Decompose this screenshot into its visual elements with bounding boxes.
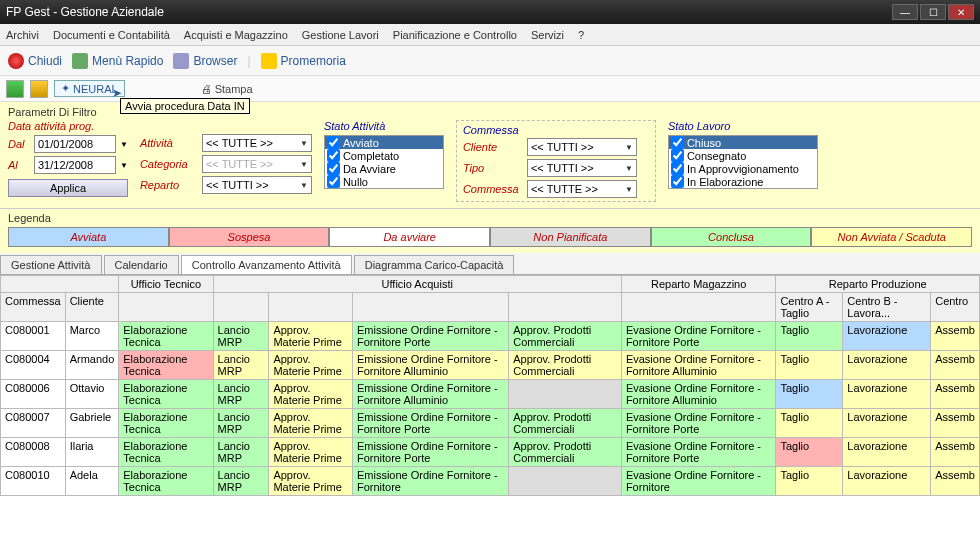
stato-item[interactable]: Avviato — [325, 136, 443, 149]
activity-cell[interactable]: Elaborazione Tecnica — [119, 467, 213, 496]
filter-icon[interactable] — [6, 80, 24, 98]
activity-cell[interactable] — [509, 380, 622, 409]
menu-pianificazioneecontrollo[interactable]: Pianificazione e Controllo — [393, 29, 517, 41]
table-row[interactable]: C080004ArmandoElaborazione TecnicaLancio… — [1, 351, 980, 380]
activity-cell[interactable]: Taglio — [776, 380, 843, 409]
categoria-combo[interactable]: << TUTTE >>▼ — [202, 155, 312, 173]
stampa-button[interactable]: 🖨 Stampa — [201, 83, 253, 95]
activity-cell[interactable]: Lancio MRP — [213, 409, 269, 438]
menu-documentiecontabilit[interactable]: Documenti e Contabilità — [53, 29, 170, 41]
table-row[interactable]: C080006OttavioElaborazione TecnicaLancio… — [1, 380, 980, 409]
col-header[interactable] — [621, 293, 776, 322]
menu-archivi[interactable]: Archivi — [6, 29, 39, 41]
activity-cell[interactable]: Taglio — [776, 409, 843, 438]
col-header[interactable] — [213, 293, 269, 322]
activity-cell[interactable]: Approv. Materie Prime — [269, 322, 353, 351]
activity-cell[interactable]: Elaborazione Tecnica — [119, 322, 213, 351]
activity-cell[interactable]: Lavorazione — [843, 438, 931, 467]
activity-cell[interactable]: Approv. Materie Prime — [269, 380, 353, 409]
lavoro-item[interactable]: Consegnato — [669, 149, 817, 162]
activity-cell[interactable]: Evasione Ordine Fornitore - Fornitore Al… — [621, 351, 776, 380]
activity-cell[interactable]: Lancio MRP — [213, 438, 269, 467]
date-to-input[interactable] — [34, 156, 116, 174]
activity-cell[interactable]: Emissione Ordine Fornitore - Fornitore P… — [352, 409, 508, 438]
col-header[interactable]: Centro — [931, 293, 980, 322]
activity-cell[interactable]: Approv. Prodotti Commerciali — [509, 409, 622, 438]
activity-cell[interactable]: Assemb — [931, 322, 980, 351]
table-row[interactable]: C080001MarcoElaborazione TecnicaLancio M… — [1, 322, 980, 351]
col-header[interactable] — [509, 293, 622, 322]
tab-2[interactable]: Controllo Avanzamento Attività — [181, 255, 352, 274]
menu-[interactable]: ? — [578, 29, 584, 41]
notes-icon[interactable] — [30, 80, 48, 98]
table-row[interactable]: C080010AdelaElaborazione TecnicaLancio M… — [1, 467, 980, 496]
activity-cell[interactable]: Lavorazione — [843, 351, 931, 380]
promemoria-button[interactable]: Promemoria — [261, 53, 346, 69]
applica-button[interactable]: Applica — [8, 179, 128, 197]
activity-cell[interactable]: Taglio — [776, 438, 843, 467]
activity-cell[interactable]: Lavorazione — [843, 409, 931, 438]
activity-cell[interactable]: Evasione Ordine Fornitore - Fornitore Po… — [621, 322, 776, 351]
commessa-combo[interactable]: << TUTTE >>▼ — [527, 180, 637, 198]
col-header[interactable] — [269, 293, 353, 322]
activity-cell[interactable]: Assemb — [931, 380, 980, 409]
stato-check[interactable] — [327, 149, 340, 162]
stato-attivita-list[interactable]: AvviatoCompletatoDa AvviareNullo — [324, 135, 444, 189]
activity-cell[interactable]: Evasione Ordine Fornitore - Fornitore Po… — [621, 438, 776, 467]
activity-cell[interactable]: Lavorazione — [843, 322, 931, 351]
activity-cell[interactable]: Assemb — [931, 351, 980, 380]
activity-cell[interactable]: Taglio — [776, 467, 843, 496]
stato-item[interactable]: Nullo — [325, 175, 443, 188]
lav-check[interactable] — [671, 175, 684, 188]
activity-cell[interactable]: Elaborazione Tecnica — [119, 409, 213, 438]
activity-cell[interactable]: Lavorazione — [843, 380, 931, 409]
stato-check[interactable] — [327, 162, 340, 175]
activity-cell[interactable]: Emissione Ordine Fornitore - Fornitore A… — [352, 351, 508, 380]
activity-cell[interactable]: Emissione Ordine Fornitore - Fornitore P… — [352, 322, 508, 351]
stato-lavoro-list[interactable]: ChiusoConsegnatoIn ApprovvigionamentoIn … — [668, 135, 818, 189]
col-header[interactable] — [352, 293, 508, 322]
tab-0[interactable]: Gestione Attività — [0, 255, 102, 274]
activity-cell[interactable]: Taglio — [776, 351, 843, 380]
stato-check[interactable] — [327, 136, 340, 149]
activity-cell[interactable]: Approv. Prodotti Commerciali — [509, 322, 622, 351]
maximize-button[interactable]: ☐ — [920, 4, 946, 20]
activity-cell[interactable]: Lavorazione — [843, 467, 931, 496]
minimize-button[interactable]: — — [892, 4, 918, 20]
reparto-combo[interactable]: << TUTTI >>▼ — [202, 176, 312, 194]
activity-cell[interactable]: Evasione Ordine Fornitore - Fornitore Po… — [621, 409, 776, 438]
lav-check[interactable] — [671, 149, 684, 162]
lav-check[interactable] — [671, 162, 684, 175]
menu-acquistiemagazzino[interactable]: Acquisti e Magazzino — [184, 29, 288, 41]
activity-cell[interactable]: Approv. Prodotti Commerciali — [509, 351, 622, 380]
tipo-combo[interactable]: << TUTTI >>▼ — [527, 159, 637, 177]
menu-servizi[interactable]: Servizi — [531, 29, 564, 41]
cliente-combo[interactable]: << TUTTI >>▼ — [527, 138, 637, 156]
stato-item[interactable]: Da Avviare — [325, 162, 443, 175]
table-row[interactable]: C080008IlariaElaborazione TecnicaLancio … — [1, 438, 980, 467]
attivita-combo[interactable]: << TUTTE >>▼ — [202, 134, 312, 152]
grid[interactable]: Ufficio TecnicoUfficio AcquistiReparto M… — [0, 275, 980, 535]
table-row[interactable]: C080007GabrieleElaborazione TecnicaLanci… — [1, 409, 980, 438]
activity-cell[interactable]: Assemb — [931, 409, 980, 438]
activity-cell[interactable]: Assemb — [931, 438, 980, 467]
activity-cell[interactable]: Approv. Materie Prime — [269, 409, 353, 438]
col-header[interactable]: Cliente — [65, 293, 119, 322]
activity-cell[interactable]: Approv. Materie Prime — [269, 438, 353, 467]
activity-cell[interactable]: Elaborazione Tecnica — [119, 380, 213, 409]
activity-cell[interactable]: Evasione Ordine Fornitore - Fornitore Al… — [621, 380, 776, 409]
activity-cell[interactable]: Evasione Ordine Fornitore - Fornitore — [621, 467, 776, 496]
lavoro-item[interactable]: In Approvvigionamento — [669, 162, 817, 175]
activity-cell[interactable]: Emissione Ordine Fornitore - Fornitore P… — [352, 438, 508, 467]
activity-cell[interactable]: Emissione Ordine Fornitore - Fornitore A… — [352, 380, 508, 409]
activity-cell[interactable]: Elaborazione Tecnica — [119, 438, 213, 467]
col-header[interactable]: Centro A - Taglio — [776, 293, 843, 322]
activity-cell[interactable]: Lancio MRP — [213, 322, 269, 351]
activity-cell[interactable]: Approv. Materie Prime — [269, 467, 353, 496]
stato-item[interactable]: Completato — [325, 149, 443, 162]
menu-rapido-button[interactable]: Menù Rapido — [72, 53, 163, 69]
chiudi-button[interactable]: Chiudi — [8, 53, 62, 69]
tab-3[interactable]: Diagramma Carico-Capacità — [354, 255, 515, 274]
activity-cell[interactable]: Lancio MRP — [213, 380, 269, 409]
col-header[interactable]: Commessa — [1, 293, 66, 322]
